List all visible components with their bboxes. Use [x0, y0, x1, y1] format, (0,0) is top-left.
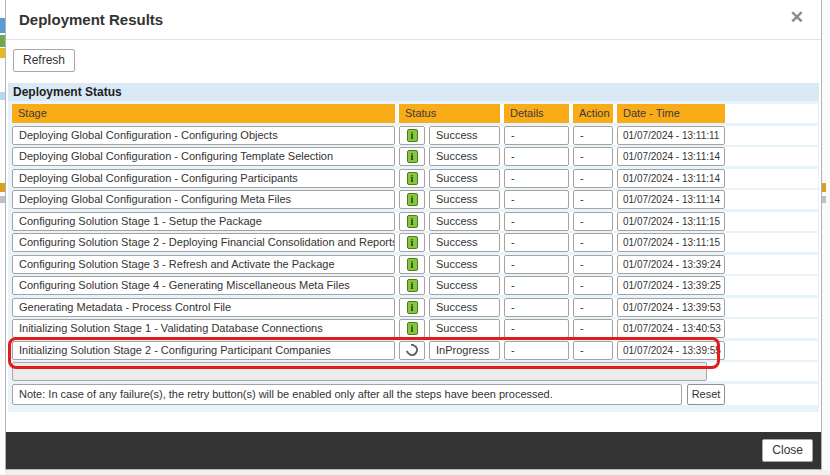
status-icon-cell[interactable]: i — [399, 126, 425, 145]
underlying-page-right-sliver — [822, 0, 830, 470]
status-cell: Success — [429, 233, 500, 252]
action-cell: - — [573, 341, 613, 360]
table-row: Configuring Solution Stage 2 - Deploying… — [12, 233, 818, 252]
empty-filler-row — [12, 362, 818, 381]
status-icon-cell[interactable]: i — [399, 276, 425, 295]
details-cell: - — [504, 233, 569, 252]
datetime-cell: 01/07/2024 - 13:39:53 — [617, 298, 725, 317]
stage-cell: Deploying Global Configuration - Configu… — [12, 147, 395, 166]
table-row: Initializing Solution Stage 1 - Validati… — [12, 319, 818, 338]
action-cell: - — [573, 147, 613, 166]
details-cell: - — [504, 190, 569, 209]
background-icon-fragment — [822, 196, 826, 203]
details-cell: - — [504, 298, 569, 317]
status-icon-cell[interactable]: i — [399, 190, 425, 209]
stage-cell: Configuring Solution Stage 4 - Generatin… — [12, 276, 395, 295]
column-header-date-time: Date - Time — [617, 104, 725, 123]
datetime-cell: 01/07/2024 - 13:11:14 — [617, 190, 725, 209]
column-header-status: Status — [399, 104, 500, 123]
table-row: Configuring Solution Stage 1 - Setup the… — [12, 212, 818, 231]
note-text: Note: In case of any failure(s), the ret… — [12, 384, 682, 405]
action-cell: - — [573, 169, 613, 188]
stage-cell: Configuring Solution Stage 2 - Deploying… — [12, 233, 395, 252]
note-row: Note: In case of any failure(s), the ret… — [12, 384, 818, 405]
action-cell: - — [573, 255, 613, 274]
table-header-row: Stage Status Details Action Date - Time — [12, 104, 818, 123]
table-row: Deploying Global Configuration - Configu… — [12, 147, 818, 166]
stage-cell: Configuring Solution Stage 3 - Refresh a… — [12, 255, 395, 274]
info-icon: i — [407, 322, 418, 335]
status-cell: Success — [429, 169, 500, 188]
section-title: Deployment Status — [8, 83, 819, 101]
status-cell: InProgress — [429, 341, 500, 360]
close-button[interactable]: Close — [762, 439, 813, 462]
column-header-action: Action — [573, 104, 613, 123]
action-cell: - — [573, 212, 613, 231]
info-icon: i — [407, 279, 418, 292]
details-cell: - — [504, 255, 569, 274]
details-cell: - — [504, 147, 569, 166]
status-icon-cell[interactable]: i — [399, 169, 425, 188]
column-header-stage: Stage — [12, 104, 395, 123]
status-icon-cell[interactable]: i — [399, 255, 425, 274]
info-icon: i — [407, 215, 418, 228]
info-icon: i — [407, 193, 418, 206]
column-header-details: Details — [504, 104, 569, 123]
status-icon-cell[interactable]: i — [399, 298, 425, 317]
datetime-cell: 01/07/2024 - 13:11:14 — [617, 169, 725, 188]
table-row: Initializing Solution Stage 2 - Configur… — [12, 341, 818, 360]
info-icon: i — [407, 150, 418, 163]
datetime-cell: 01/07/2024 - 13:39:55 — [617, 341, 725, 360]
datetime-cell: 01/07/2024 - 13:11:11 — [617, 126, 725, 145]
status-icon-cell[interactable]: i — [399, 319, 425, 338]
details-cell: - — [504, 126, 569, 145]
stage-cell: Deploying Global Configuration - Configu… — [12, 126, 395, 145]
status-cell: Success — [429, 298, 500, 317]
status-icon-cell[interactable] — [399, 341, 425, 360]
dialog-title: Deployment Results — [19, 11, 163, 28]
stage-cell: Initializing Solution Stage 2 - Configur… — [12, 341, 395, 360]
table-row: Configuring Solution Stage 4 - Generatin… — [12, 276, 818, 295]
dialog-titlebar: Deployment Results ✕ — [6, 0, 821, 40]
details-cell: - — [504, 276, 569, 295]
refresh-button[interactable]: Refresh — [13, 49, 75, 72]
status-cell: Success — [429, 276, 500, 295]
stage-cell: Initializing Solution Stage 1 - Validati… — [12, 319, 395, 338]
status-icon-cell[interactable]: i — [399, 233, 425, 252]
status-cell: Success — [429, 126, 500, 145]
datetime-cell: 01/07/2024 - 13:11:14 — [617, 147, 725, 166]
table-row: Configuring Solution Stage 3 - Refresh a… — [12, 255, 818, 274]
stage-cell: Deploying Global Configuration - Configu… — [12, 190, 395, 209]
action-cell: - — [573, 126, 613, 145]
action-cell: - — [573, 233, 613, 252]
table-row: Deploying Global Configuration - Configu… — [12, 126, 818, 145]
spinner-icon — [404, 342, 421, 359]
background-icon-fragment — [822, 183, 826, 192]
action-cell: - — [573, 298, 613, 317]
datetime-cell: 01/07/2024 - 13:40:53 — [617, 319, 725, 338]
table-row: Generating Metadata - Process Control Fi… — [12, 298, 818, 317]
details-cell: - — [504, 169, 569, 188]
datetime-cell: 01/07/2024 - 13:39:25 — [617, 276, 725, 295]
action-cell: - — [573, 276, 613, 295]
info-icon: i — [407, 172, 418, 185]
status-icon-cell[interactable]: i — [399, 147, 425, 166]
close-icon[interactable]: ✕ — [790, 8, 804, 28]
status-cell: Success — [429, 212, 500, 231]
stage-cell: Configuring Solution Stage 1 - Setup the… — [12, 212, 395, 231]
status-cell: Success — [429, 190, 500, 209]
reset-button[interactable]: Reset — [687, 384, 725, 405]
dialog-footer: Close — [6, 432, 821, 469]
datetime-cell: 01/07/2024 - 13:39:24 — [617, 255, 725, 274]
info-icon: i — [407, 258, 418, 271]
info-icon: i — [407, 236, 418, 249]
status-cell: Success — [429, 319, 500, 338]
deployment-status-table: Stage Status Details Action Date - Time … — [8, 101, 819, 412]
datetime-cell: 01/07/2024 - 13:11:15 — [617, 233, 725, 252]
status-cell: Success — [429, 255, 500, 274]
stage-cell: Generating Metadata - Process Control Fi… — [12, 298, 395, 317]
status-icon-cell[interactable]: i — [399, 212, 425, 231]
deployment-results-dialog: Deployment Results ✕ Refresh Deployment … — [5, 0, 822, 470]
action-cell: - — [573, 190, 613, 209]
status-cell: Success — [429, 147, 500, 166]
